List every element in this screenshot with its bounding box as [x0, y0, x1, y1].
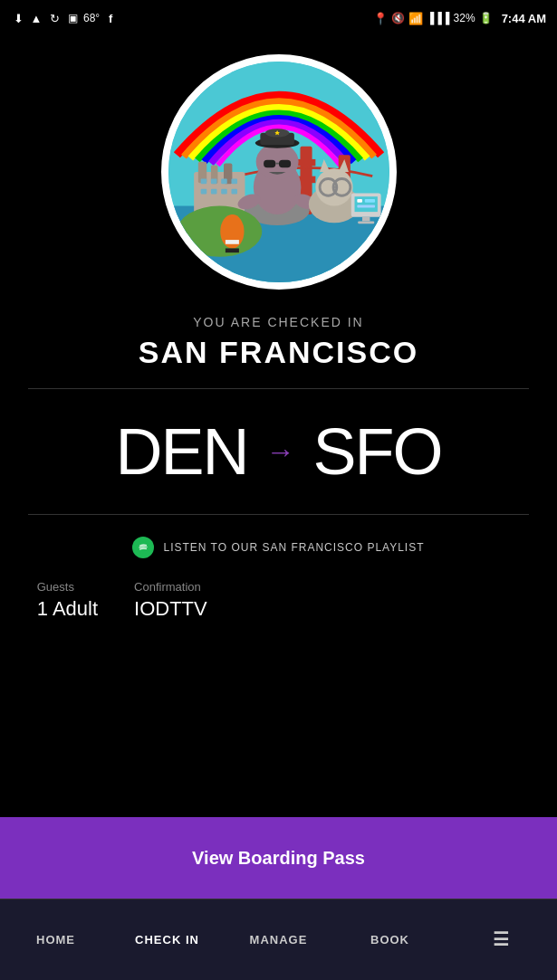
location-icon: 📍	[373, 12, 388, 25]
flight-route: DEN → SFO	[115, 414, 441, 489]
hamburger-icon: ☰	[493, 930, 510, 948]
svg-rect-10	[200, 179, 206, 185]
svg-rect-25	[264, 160, 275, 167]
svg-rect-3	[296, 159, 315, 167]
svg-rect-32	[225, 240, 238, 244]
spotify-label: LISTEN TO OUR SAN FRANCISCO PLAYLIST	[163, 541, 424, 554]
book-label: BOOK	[370, 933, 409, 947]
confirmation-block: Confirmation IODTTV	[134, 580, 207, 621]
screenshot-icon: ▣	[65, 11, 80, 25]
arrow-icon: →	[266, 435, 295, 469]
nav-menu[interactable]: ☰	[446, 899, 557, 980]
notification-icon: ⬇	[11, 11, 25, 25]
svg-rect-26	[279, 160, 291, 167]
nav-checkin[interactable]: CHECK IN	[111, 899, 223, 980]
battery-percentage: 32%	[454, 12, 475, 24]
checkin-label: YOU ARE CHECKED IN	[193, 315, 363, 329]
svg-rect-15	[210, 189, 216, 195]
volume-icon: 🔇	[391, 12, 405, 24]
nav-home[interactable]: HOME	[0, 899, 111, 980]
svg-rect-16	[221, 189, 227, 195]
city-name: SAN FRANCISCO	[139, 335, 418, 370]
svg-rect-47	[357, 205, 375, 208]
destination-airport: SFO	[313, 414, 442, 489]
home-label: HOME	[36, 933, 75, 947]
svg-rect-12	[221, 179, 227, 185]
svg-point-30	[177, 206, 262, 257]
svg-rect-45	[357, 199, 362, 203]
boarding-pass-button[interactable]: View Boarding Pass	[192, 848, 365, 869]
svg-rect-14	[200, 189, 206, 195]
info-grid: Guests 1 Adult Confirmation IODTTV	[28, 580, 530, 621]
svg-rect-33	[225, 248, 238, 252]
bottom-nav: HOME CHECK IN MANAGE BOOK ☰	[0, 899, 557, 980]
guests-label: Guests	[37, 580, 98, 594]
svg-rect-11	[210, 179, 216, 185]
svg-rect-44	[358, 221, 374, 224]
city-illustration	[161, 54, 397, 290]
status-left-icons: ⬇ ▲ ↻ ▣ 68° f	[11, 11, 118, 25]
status-right-icons: 📍 🔇 📶 ▐▐▐ 32% 🔋 7:44 AM	[373, 12, 546, 25]
battery-icon: 🔋	[479, 12, 493, 24]
svg-point-20	[255, 143, 298, 180]
checkin-label-nav: CHECK IN	[135, 933, 199, 947]
svg-rect-42	[354, 196, 377, 212]
wifi-icon: 📶	[408, 12, 423, 25]
temperature: 68°	[83, 12, 100, 24]
confirmation-label: Confirmation	[134, 580, 207, 594]
divider-bottom	[28, 514, 530, 515]
facebook-icon: f	[103, 11, 118, 25]
svg-rect-17	[231, 189, 237, 195]
svg-rect-13	[231, 179, 237, 185]
sf-svg	[168, 62, 389, 282]
nav-manage[interactable]: MANAGE	[223, 899, 334, 980]
sync-icon: ↻	[47, 11, 62, 25]
nav-book[interactable]: BOOK	[334, 899, 446, 980]
status-bar: ⬇ ▲ ↻ ▣ 68° f 📍 🔇 📶 ▐▐▐ 32% 🔋 7:44 AM	[0, 0, 557, 36]
main-content: YOU ARE CHECKED IN SAN FRANCISCO DEN → S…	[0, 36, 557, 862]
boarding-pass-section[interactable]: View Boarding Pass	[0, 817, 557, 899]
origin-airport: DEN	[115, 414, 247, 489]
svg-rect-43	[361, 217, 369, 222]
svg-rect-46	[364, 199, 374, 203]
signal-icon: ▐▐▐	[427, 12, 450, 24]
clock: 7:44 AM	[502, 12, 546, 25]
guests-block: Guests 1 Adult	[37, 580, 98, 621]
spotify-row[interactable]: LISTEN TO OUR SAN FRANCISCO PLAYLIST	[132, 537, 424, 558]
spotify-icon	[132, 537, 154, 558]
guests-value: 1 Adult	[37, 597, 98, 621]
spotify-logo	[137, 541, 149, 554]
divider-top	[28, 388, 530, 389]
alert-icon: ▲	[29, 11, 43, 25]
manage-label: MANAGE	[250, 933, 308, 947]
confirmation-value: IODTTV	[134, 597, 207, 621]
svg-point-48	[137, 541, 149, 554]
